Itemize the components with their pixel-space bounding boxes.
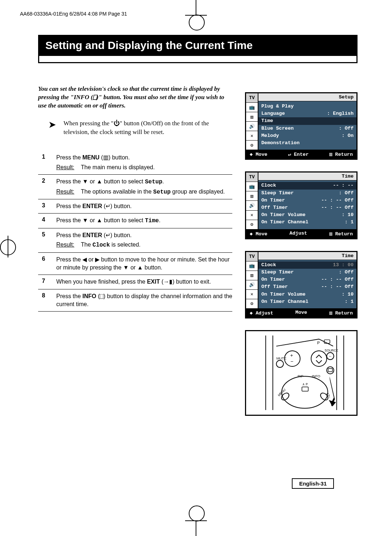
osd-row: Plug & Play — [261, 103, 354, 110]
step-item: 5 Press the ENTER (↵) button. Result: Th… — [38, 228, 232, 252]
step-number: 5 — [38, 231, 49, 249]
svg-text:+: + — [290, 353, 293, 358]
osd-footer: ◆ Adjust Move ▥ Return — [246, 308, 356, 317]
page-title: Setting and Displaying the Current Time — [38, 35, 358, 56]
svg-point-12 — [327, 367, 334, 374]
osd-row: On Timer Volume: 10 — [261, 211, 354, 219]
note-row: ➤ When pressing the "⏻" button (On/Off) … — [38, 119, 232, 137]
note-text: When pressing the "⏻" button (On/Off) on… — [64, 119, 232, 137]
instructions-column: You can set the television's clock so th… — [38, 63, 232, 416]
step-body: Press the MENU (▥) button. Result: The m… — [56, 154, 232, 171]
osd-side-icon: TV — [246, 172, 258, 182]
osd-side-icon: ⚙ — [246, 220, 258, 229]
osd-row: On Timer-- : -- Off — [261, 276, 354, 283]
step-body: Press the ▼ or ▲ button to select Setup.… — [56, 178, 232, 196]
osd-side-icon: ✕ — [246, 290, 258, 299]
osd-row: On Timer-- : -- Off — [261, 197, 354, 204]
step-item: 4 Press the ▼ or ▲ button to select Time… — [38, 213, 232, 228]
osd-row: Sleep Timer: Off — [261, 190, 354, 197]
osd-row: Melody: On — [261, 132, 354, 139]
osd-side-icon: ⚙ — [246, 299, 258, 308]
crop-mark-left — [0, 236, 22, 257]
osd-row: On Timer Channel: 1 — [261, 219, 354, 226]
title-frame: Setting and Displaying the Current Time — [38, 35, 358, 63]
osd-side-icon: ⚙ — [246, 141, 258, 150]
osd-side-icon: ✕ — [246, 131, 258, 141]
page-number: English-31 — [292, 478, 334, 489]
osd-sidebar: TV 📺 ▥ 🔊 ✕ ⚙ — [246, 93, 258, 150]
osd-row: Time — [258, 117, 356, 125]
step-body: When you have finished, press the EXIT (… — [56, 278, 232, 286]
osd-side-icon: 🔊 — [246, 201, 258, 210]
remote-illustration: P + − MUTE SOURCE ← PIP INFO — [245, 330, 358, 416]
osd-row: Sleep Timer: Off — [261, 269, 354, 276]
osd-side-icon: 🔊 — [246, 122, 258, 131]
step-number: 8 — [38, 292, 49, 309]
steps-list: 1 Press the MENU (▥) button. Result: The… — [38, 151, 232, 312]
osd-side-icon: TV — [246, 252, 258, 261]
osd-setup-menu: TV 📺 ▥ 🔊 ✕ ⚙ Setup Plug & PlayLanguage: … — [245, 92, 358, 160]
svg-text:∧ P: ∧ P — [302, 382, 308, 386]
step-item: 3 Press the ENTER (↵) button. — [38, 199, 232, 213]
osd-side-icon: 🔊 — [246, 280, 258, 290]
crop-mark-bottom — [185, 511, 207, 536]
step-body: Press the ENTER (↵) button. — [56, 202, 232, 210]
remote-label-p: P — [317, 341, 320, 345]
remote-label-source: SOURCE — [324, 349, 338, 352]
svg-text:−: − — [291, 359, 294, 365]
osd-title: Time — [258, 252, 356, 260]
step-number: 1 — [38, 154, 49, 171]
result-label: Result: — [56, 188, 74, 196]
osd-row: Off Timer-- : -- Off — [261, 204, 354, 211]
osd-title: Setup — [258, 93, 356, 101]
figures-column: TV 📺 ▥ 🔊 ✕ ⚙ Setup Plug & PlayLanguage: … — [245, 63, 358, 416]
osd-side-icon: ▥ — [246, 112, 258, 122]
step-body: Press the ◀ or ▶ button to move to the h… — [56, 256, 232, 272]
result-label: Result: — [56, 241, 74, 249]
step-item: 8 Press the INFO (⎕) button to display t… — [38, 289, 232, 312]
intro-text: You can set the television's clock so th… — [38, 85, 232, 110]
osd-side-icon: TV — [246, 93, 258, 103]
result-label: Result: — [56, 163, 74, 171]
osd-side-icon: ✕ — [246, 211, 258, 220]
osd-row: Clock-- : -- — [258, 182, 356, 189]
osd-side-icon: ▥ — [246, 271, 258, 280]
osd-sidebar: TV 📺 ▥ 🔊 ✕ ⚙ — [246, 252, 258, 308]
step-item: 6 Press the ◀ or ▶ button to move to the… — [38, 252, 232, 275]
osd-side-icon: 📺 — [246, 261, 258, 271]
remote-label-mute: MUTE — [277, 357, 287, 361]
step-body: Press the ENTER (↵) button. Result: The … — [56, 231, 232, 249]
step-number: 3 — [38, 202, 49, 210]
osd-body: Plug & PlayLanguage: EnglishTimeBlue Scr… — [258, 101, 356, 150]
osd-time-clock-set: TV 📺 ▥ 🔊 ✕ ⚙ Time Clock13 : 00Sleep Time… — [245, 251, 358, 318]
osd-row: Demonstration — [261, 139, 354, 147]
step-number: 7 — [38, 278, 49, 286]
osd-side-icon: ▥ — [246, 191, 258, 201]
result-text: The Clock is selected. — [81, 241, 141, 249]
svg-text:←: ← — [328, 354, 332, 358]
svg-point-8 — [311, 351, 327, 366]
step-item: 1 Press the MENU (▥) button. Result: The… — [38, 151, 232, 174]
osd-footer: ◆ Move ↵ Enter ▥ Return — [246, 150, 356, 159]
osd-time-menu: TV 📺 ▥ 🔊 ✕ ⚙ Time Clock-- : --Sleep Time… — [245, 171, 358, 239]
osd-side-icon: 📺 — [246, 182, 258, 191]
step-number: 2 — [38, 178, 49, 196]
osd-row: Language: English — [261, 110, 354, 117]
osd-body: Clock13 : 00Sleep Timer: OffOn Timer-- :… — [258, 260, 356, 308]
manual-page: AA68-03336A-01Eng 6/28/04 4:08 PM Page 3… — [0, 0, 392, 536]
svg-rect-16 — [302, 387, 309, 391]
osd-row: Blue Screen: Off — [261, 125, 354, 132]
osd-side-icon: 📺 — [246, 103, 258, 112]
osd-body: Clock-- : --Sleep Timer: OffOn Timer-- :… — [258, 180, 356, 229]
step-item: 7 When you have finished, press the EXIT… — [38, 275, 232, 289]
svg-point-9 — [277, 361, 284, 368]
step-number: 4 — [38, 216, 49, 225]
osd-footer: ◆ Move Adjust ▥ Return — [246, 229, 356, 238]
svg-point-14 — [282, 377, 328, 409]
svg-rect-13 — [328, 369, 332, 372]
step-body: Press the INFO (⎕) button to display the… — [56, 292, 232, 309]
osd-title: Time — [258, 172, 356, 180]
osd-sidebar: TV 📺 ▥ 🔊 ✕ ⚙ — [246, 172, 258, 229]
osd-row: On Timer Volume: 10 — [261, 291, 354, 298]
note-arrow-icon: ➤ — [38, 119, 56, 137]
